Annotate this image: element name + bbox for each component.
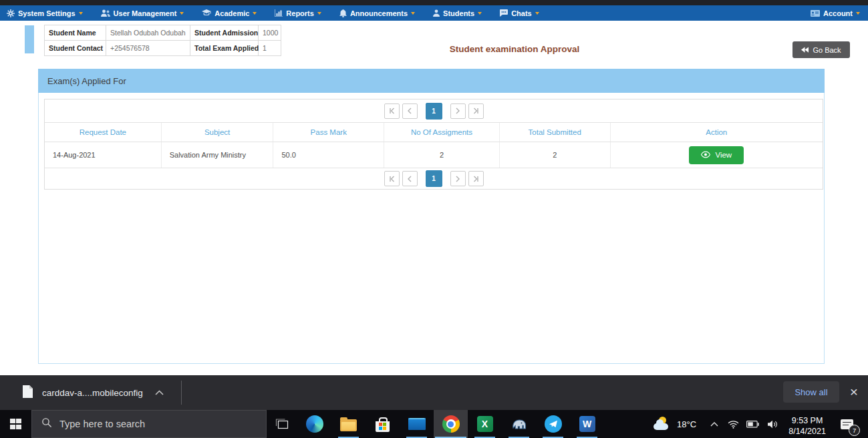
taskbar-microsoft-store-icon[interactable]	[366, 410, 400, 438]
close-downloads-icon[interactable]: ×	[846, 384, 862, 400]
pagination-first-button[interactable]	[384, 171, 400, 186]
nav-label: Chats	[511, 9, 532, 17]
taskbar: 18°C 9:53 PM 8/14/2021 7	[0, 410, 868, 438]
taskbar-search[interactable]	[31, 410, 267, 438]
taskbar-chrome-icon[interactable]	[434, 410, 468, 438]
chevron-down-icon	[79, 12, 83, 15]
taskbar-word-icon[interactable]	[570, 410, 604, 438]
wifi-icon[interactable]	[724, 410, 743, 438]
pagination-page-button[interactable]: 1	[426, 170, 442, 187]
chevron-down-icon	[180, 12, 184, 15]
nav-item-reports[interactable]: Reports	[275, 9, 321, 17]
speaker-icon[interactable]	[762, 410, 782, 438]
bar-chart-icon	[275, 9, 283, 17]
weather-widget[interactable]: 18°C	[645, 410, 704, 438]
student-info-table: Student Name Stellah Odubah Odubah Stude…	[44, 25, 281, 56]
bell-icon	[339, 9, 347, 17]
id-card-icon	[811, 10, 820, 17]
partly-cloudy-icon	[654, 418, 671, 430]
student-contact-label: Student Contact	[45, 41, 106, 56]
clock-time: 9:53 PM	[782, 415, 833, 426]
total-exam-applied-label: Total Exam Applied	[190, 41, 259, 56]
gear-icon	[7, 9, 15, 17]
chevron-down-icon	[856, 12, 860, 15]
nav-label: Academic	[214, 9, 249, 17]
go-back-button[interactable]: Go Back	[792, 41, 850, 58]
nav-label: User Management	[114, 9, 177, 17]
nav-item-chats[interactable]: Chats	[500, 9, 539, 17]
cell-no-of-assigments: 2	[384, 142, 500, 168]
action-center-button[interactable]: 7	[833, 410, 861, 438]
download-filename: carddav-a....mobileconfig	[42, 388, 143, 398]
taskbar-mail-icon[interactable]	[400, 410, 434, 438]
battery-icon[interactable]	[743, 410, 762, 438]
nav-item-system-settings[interactable]: System Settings	[7, 9, 83, 17]
column-header-subject[interactable]: Subject	[162, 123, 274, 142]
taskbar-file-explorer-icon[interactable]	[331, 410, 366, 438]
eye-icon	[701, 151, 710, 160]
taskbar-excel-icon[interactable]	[468, 410, 502, 438]
taskbar-pgadmin-icon[interactable]	[502, 410, 536, 438]
show-all-button[interactable]: Show all	[783, 381, 839, 403]
pagination-top: 1	[45, 99, 823, 123]
student-contact-value: +254576578	[106, 41, 190, 56]
column-header-no-of-assigments[interactable]: No Of Assigments	[384, 123, 500, 142]
chevron-down-icon	[535, 12, 539, 15]
download-menu-caret-icon[interactable]	[155, 390, 164, 395]
pagination-last-button[interactable]	[468, 103, 484, 119]
clock-date: 8/14/2021	[782, 426, 833, 437]
nav-label: System Settings	[18, 9, 76, 17]
taskbar-edge-icon[interactable]	[297, 410, 331, 438]
column-header-request-date[interactable]: Request Date	[45, 123, 162, 142]
windows-logo-icon	[10, 419, 21, 430]
tray-chevron-up-icon[interactable]	[704, 410, 724, 438]
nav-label: Students	[443, 9, 474, 17]
system-tray: 9:53 PM 8/14/2021 7	[704, 410, 861, 438]
taskbar-clock[interactable]: 9:53 PM 8/14/2021	[782, 412, 833, 437]
downloads-divider	[181, 381, 182, 405]
pagination-next-button[interactable]	[450, 103, 466, 119]
task-view-button[interactable]	[267, 410, 297, 438]
exam-grid: 1 Request Date Subject Pass Mark No Of A…	[44, 99, 823, 190]
window-top-strip	[0, 0, 868, 5]
pagination-next-button[interactable]	[450, 171, 466, 186]
nav-item-user-management[interactable]: User Management	[101, 9, 184, 17]
notification-badge: 7	[849, 425, 860, 436]
nav-item-academic[interactable]: Academic	[202, 9, 257, 17]
go-back-label: Go Back	[813, 46, 841, 54]
chat-bubble-icon	[500, 9, 508, 17]
pagination-bottom: 1	[45, 168, 823, 189]
cell-pass-mark: 50.0	[273, 142, 384, 168]
download-item[interactable]: carddav-a....mobileconfig	[23, 385, 143, 401]
graduation-cap-icon	[202, 9, 211, 17]
pagination-prev-button[interactable]	[402, 103, 418, 119]
exams-panel-header: Exam(s) Applied For	[38, 69, 825, 93]
column-header-action[interactable]: Action	[611, 123, 823, 142]
chevron-down-icon	[478, 12, 482, 15]
chevron-down-icon	[317, 12, 321, 15]
search-input[interactable]	[59, 419, 233, 429]
start-button[interactable]	[0, 410, 31, 438]
pagination-page-button[interactable]: 1	[426, 103, 442, 120]
taskbar-apps	[297, 410, 604, 438]
chevron-down-icon	[253, 12, 257, 15]
screen: System Settings User Management Academic…	[0, 0, 868, 438]
nav-item-students[interactable]: Students	[433, 9, 482, 17]
taskbar-telegram-icon[interactable]	[536, 410, 570, 438]
nav-item-account[interactable]: Account	[811, 9, 860, 17]
student-name-value: Stellah Odubah Odubah	[106, 25, 190, 41]
nav-item-announcements[interactable]: Announcements	[339, 9, 415, 17]
pagination-last-button[interactable]	[468, 171, 484, 186]
total-exam-applied-value: 1	[259, 41, 281, 56]
sidebar-accent	[25, 25, 34, 53]
search-icon	[41, 417, 52, 431]
table-row: 14-Aug-2021 Salvation Army Ministry 50.0…	[45, 142, 823, 168]
view-label: View	[715, 151, 732, 159]
file-icon	[23, 385, 33, 401]
student-icon	[433, 9, 440, 17]
view-button[interactable]: View	[689, 146, 744, 164]
pagination-first-button[interactable]	[384, 103, 400, 119]
pagination-prev-button[interactable]	[402, 171, 418, 186]
column-header-total-submitted[interactable]: Total Submitted	[500, 123, 611, 142]
column-header-pass-mark[interactable]: Pass Mark	[273, 123, 384, 142]
